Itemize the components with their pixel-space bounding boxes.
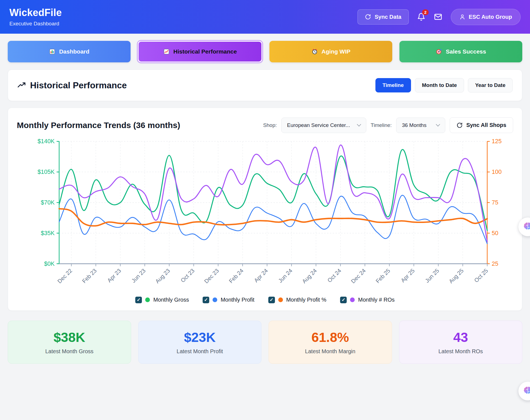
app-header: WickedFile Executive Dashboard Sync Data… — [0, 0, 530, 34]
shop-select[interactable]: European Service Center... — [281, 118, 366, 133]
chevron-down-icon — [357, 122, 361, 127]
view-switcher: Timeline Month to Date Year to Date — [375, 78, 513, 92]
chart-card: Monthly Performance Trends (36 months) S… — [8, 108, 522, 311]
legend-checkbox[interactable]: ✓ — [268, 297, 275, 303]
legend-label: Monthly Gross — [153, 297, 189, 303]
svg-text:Dec 22: Dec 22 — [56, 268, 73, 285]
legend-checkbox[interactable]: ✓ — [340, 297, 347, 303]
tab-bar: Dashboard Historical Performance Aging W… — [0, 34, 530, 62]
legend-item-monthly-gross[interactable]: ✓Monthly Gross — [135, 297, 189, 303]
tab-label: Dashboard — [59, 48, 89, 55]
view-timeline-button[interactable]: Timeline — [375, 78, 411, 92]
tab-sales-success[interactable]: Sales Success — [399, 41, 522, 62]
chart-controls: Shop: European Service Center... Timelin… — [263, 117, 513, 133]
stat-latest-month-ros: 43 Latest Month ROs — [399, 321, 523, 364]
brand: WickedFile Executive Dashboard — [9, 7, 62, 27]
stat-value: $23K — [144, 330, 256, 345]
sync-all-shops-button[interactable]: Sync All Shops — [450, 117, 513, 133]
legend-item-monthly-profit[interactable]: ✓Monthly Profit — [203, 297, 254, 303]
timeline-select[interactable]: 36 Months — [396, 118, 445, 133]
svg-text:Oct 23: Oct 23 — [179, 268, 195, 284]
legend-label: Monthly Profit % — [286, 297, 327, 303]
svg-text:Dec 23: Dec 23 — [203, 268, 220, 285]
notifications-button[interactable]: 2 — [417, 13, 425, 21]
alarm-clock-icon — [311, 48, 318, 55]
trend-chart: $0K$35K$70K$105K$140K255075100125Dec 22F… — [17, 137, 513, 291]
legend-checkbox[interactable]: ✓ — [135, 297, 142, 303]
legend-color-dot — [145, 297, 150, 302]
sync-data-label: Sync Data — [375, 14, 401, 20]
account-button[interactable]: ESC Auto Group — [451, 9, 521, 25]
svg-text:Jun 24: Jun 24 — [277, 268, 293, 284]
svg-text:$140K: $140K — [38, 138, 55, 145]
user-icon — [459, 14, 465, 20]
svg-text:75: 75 — [492, 199, 498, 206]
svg-text:Aug 24: Aug 24 — [301, 268, 318, 285]
svg-text:Dec 24: Dec 24 — [350, 268, 367, 285]
svg-text:25: 25 — [492, 260, 498, 267]
bar-chart-icon — [49, 48, 55, 55]
svg-text:50: 50 — [492, 230, 498, 236]
messages-button[interactable] — [434, 12, 442, 21]
view-month-to-date-button[interactable]: Month to Date — [415, 78, 464, 92]
stat-label: Latest Month Profit — [144, 348, 256, 355]
app-title: WickedFile — [9, 7, 62, 18]
stat-label: Latest Month Gross — [13, 348, 126, 355]
legend-item-monthly-profit-[interactable]: ✓Monthly Profit % — [268, 297, 327, 303]
tab-label: Historical Performance — [173, 48, 237, 55]
stat-value: 61.8% — [274, 330, 387, 345]
legend-color-dot — [278, 297, 283, 302]
timeline-select-value: 36 Months — [402, 122, 426, 128]
chart-header: Monthly Performance Trends (36 months) S… — [17, 117, 513, 133]
notification-badge: 2 — [422, 9, 429, 15]
stat-value: $38K — [13, 330, 126, 345]
chart-area: $0K$35K$70K$105K$140K255075100125Dec 22F… — [17, 137, 513, 291]
svg-text:Feb 24: Feb 24 — [228, 268, 245, 285]
legend-label: Monthly Profit — [221, 297, 254, 303]
svg-text:Apr 23: Apr 23 — [106, 268, 122, 284]
account-label: ESC Auto Group — [469, 14, 512, 20]
stat-cards-row: $38K Latest Month Gross $23K Latest Mont… — [8, 321, 522, 364]
svg-text:Oct 24: Oct 24 — [326, 268, 342, 284]
chart-legend: ✓Monthly Gross✓Monthly Profit✓Monthly Pr… — [17, 297, 513, 303]
stat-label: Latest Month Margin — [274, 348, 387, 355]
stat-latest-month-gross: $38K Latest Month Gross — [8, 321, 131, 364]
sync-data-button[interactable]: Sync Data — [357, 9, 409, 25]
svg-text:Apr 25: Apr 25 — [400, 268, 416, 284]
tab-label: Aging WIP — [322, 48, 351, 55]
page-title: Historical Performance — [17, 80, 127, 91]
assistant-floating-button[interactable] — [518, 382, 530, 400]
app-subtitle: Executive Dashboard — [9, 21, 62, 27]
tab-historical-performance[interactable]: Historical Performance — [138, 41, 262, 62]
tab-dashboard[interactable]: Dashboard — [8, 41, 131, 62]
legend-item-monthly-ros[interactable]: ✓Monthly # ROs — [340, 297, 394, 303]
svg-text:$0K: $0K — [44, 260, 55, 267]
timeline-label: Timeline: — [371, 122, 392, 128]
svg-text:Apr 24: Apr 24 — [253, 268, 269, 284]
tab-aging-wip[interactable]: Aging WIP — [269, 41, 392, 62]
svg-text:Jun 23: Jun 23 — [130, 268, 147, 284]
svg-text:$70K: $70K — [41, 199, 55, 206]
svg-text:Jun 25: Jun 25 — [424, 268, 440, 284]
svg-text:125: 125 — [492, 138, 502, 145]
svg-text:$105K: $105K — [38, 169, 55, 175]
view-year-to-date-button[interactable]: Year to Date — [468, 78, 513, 92]
stat-latest-month-profit: $23K Latest Month Profit — [138, 321, 262, 364]
target-icon — [436, 48, 442, 55]
stat-label: Latest Month ROs — [404, 348, 517, 355]
section-header-card: Historical Performance Timeline Month to… — [8, 70, 522, 101]
legend-checkbox[interactable]: ✓ — [203, 297, 209, 303]
chart-increasing-icon — [163, 48, 170, 55]
svg-text:Aug 23: Aug 23 — [154, 268, 171, 285]
legend-color-dot — [213, 297, 217, 302]
brain-icon — [523, 222, 530, 232]
page-title-text: Historical Performance — [30, 80, 127, 91]
stat-latest-month-margin: 61.8% Latest Month Margin — [269, 321, 392, 364]
trending-up-icon — [17, 81, 26, 89]
chart-title: Monthly Performance Trends (36 months) — [17, 121, 180, 130]
svg-text:Aug 25: Aug 25 — [448, 268, 465, 285]
tab-label: Sales Success — [446, 48, 486, 55]
stat-value: 43 — [404, 330, 517, 345]
refresh-icon — [457, 122, 463, 128]
shop-label: Shop: — [263, 122, 277, 128]
